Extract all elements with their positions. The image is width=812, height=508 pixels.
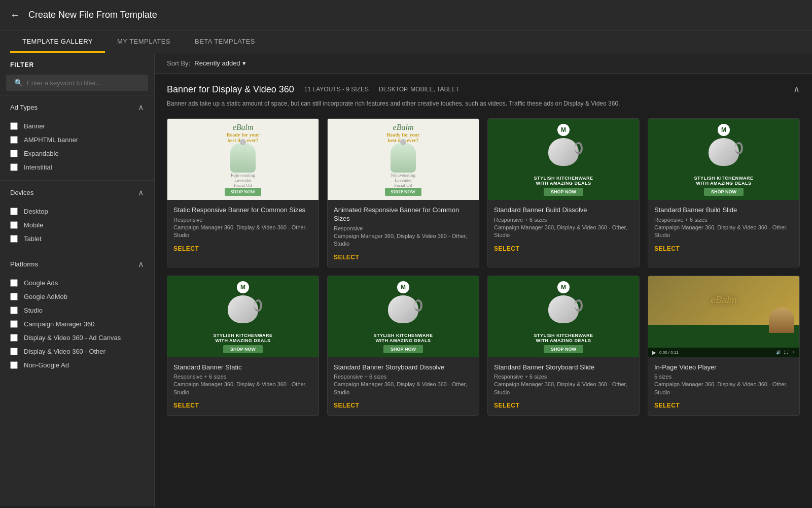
banner-section-title: Banner for Display & Video 360 [167, 84, 294, 95]
checkbox-non-google[interactable] [10, 361, 18, 369]
collapse-button[interactable]: ∧ [793, 84, 800, 95]
label-dv360-canvas: Display & Video 360 - Ad Canvas [24, 334, 121, 342]
sort-select-button[interactable]: Recently added ▾ [194, 59, 245, 67]
thumbnail-static-responsive: eBalm Ready for yourbest day ever? Rejuv… [167, 119, 319, 200]
search-input[interactable] [27, 79, 140, 87]
template-name-5: Standard Banner Static [173, 363, 312, 372]
filter-item-admob[interactable]: Google AdMob [10, 290, 144, 303]
select-button-8[interactable]: SELECT [654, 402, 680, 409]
label-google-ads: Google Ads [24, 279, 58, 287]
checkbox-cm360[interactable] [10, 320, 18, 328]
template-info-1: Static Responsive Banner for Common Size… [167, 200, 319, 258]
tab-beta-templates[interactable]: BETA TEMPLATES [183, 30, 267, 53]
label-banner: Banner [24, 122, 45, 130]
template-platforms-1: Campaign Manager 360, Display & Video 36… [173, 224, 312, 240]
template-info-6: Standard Banner Storyboard Dissolve Resp… [328, 357, 479, 416]
template-name-7: Standard Banner Storyboard Slide [494, 363, 633, 372]
select-button-6[interactable]: SELECT [334, 402, 359, 409]
kettle-logo-row: M [557, 124, 570, 136]
select-button-1[interactable]: SELECT [173, 245, 199, 252]
template-info-4: Standard Banner Build Slide Responsive +… [648, 200, 799, 258]
thumbnail-dissolve: M STYLISH KITCHENWAREWITH AMAZING DEALS … [488, 119, 639, 200]
template-grid: eBalm Ready for yourbest day ever? Rejuv… [167, 118, 800, 416]
select-button-5[interactable]: SELECT [173, 402, 199, 409]
devices-header[interactable]: Devices ∧ [0, 181, 154, 205]
checkbox-desktop[interactable] [10, 208, 18, 215]
kettle-logo-icon-7: M [557, 281, 570, 293]
kettle-image-4 [703, 138, 744, 174]
platforms-header[interactable]: Platforms ∧ [0, 252, 154, 276]
checkbox-dv360-other[interactable] [10, 348, 18, 355]
kettle-shop-btn: SHOP NOW [544, 188, 583, 196]
checkbox-amphtml[interactable] [10, 136, 18, 144]
thumbnail-animated-responsive: eBalm Ready for yourbest day ever? Rejuv… [328, 119, 479, 200]
ad-types-header[interactable]: Ad Types ∧ [0, 95, 154, 119]
checkbox-expandable[interactable] [10, 150, 18, 157]
filter-item-non-google[interactable]: Non-Google Ad [10, 358, 144, 372]
template-responsive-7: Responsive + 6 sizes [494, 374, 633, 380]
filter-item-tablet[interactable]: Tablet [10, 232, 144, 246]
volume-icon: 🔊 [776, 350, 781, 355]
select-button-3[interactable]: SELECT [494, 245, 519, 252]
filter-item-studio[interactable]: Studio [10, 303, 144, 317]
tab-my-templates[interactable]: MY TEMPLATES [105, 30, 183, 53]
checkbox-dv360-canvas[interactable] [10, 334, 18, 342]
template-name-4: Standard Banner Build Slide [654, 206, 793, 215]
template-name-6: Standard Banner Storyboard Dissolve [334, 363, 473, 372]
label-desktop: Desktop [24, 208, 48, 215]
filter-item-amphtml[interactable]: AMPHTML banner [10, 133, 144, 147]
template-responsive-3: Responsive + 6 sizes [494, 217, 633, 223]
filter-item-desktop[interactable]: Desktop [10, 205, 144, 218]
filter-item-cm360[interactable]: Campaign Manager 360 [10, 317, 144, 331]
select-button-2[interactable]: SELECT [334, 254, 359, 261]
top-header: ← Create New File From Template [0, 0, 812, 30]
filter-item-mobile[interactable]: Mobile [10, 218, 144, 232]
label-tablet: Tablet [24, 235, 42, 243]
template-name-3: Standard Banner Build Dissolve [494, 206, 633, 215]
template-card-animated-responsive: eBalm Ready for yourbest day ever? Rejuv… [327, 118, 479, 267]
kettle-shop-btn-5: SHOP NOW [223, 345, 263, 353]
template-info-2: Animated Responsive Banner for Common Si… [328, 200, 479, 267]
kettle-tagline: STYLISH KITCHENWAREWITH AMAZING DEALS [534, 176, 593, 186]
devices-label: Devices [10, 189, 33, 196]
back-button[interactable]: ← [10, 9, 20, 21]
kettle-handle [575, 142, 583, 154]
ad-types-chevron: ∧ [138, 103, 144, 112]
checkbox-studio[interactable] [10, 307, 18, 314]
checkbox-banner[interactable] [10, 122, 18, 130]
kettle-body-6 [388, 295, 418, 323]
filter-item-google-ads[interactable]: Google Ads [10, 276, 144, 290]
tab-template-gallery[interactable]: TEMPLATE GALLERY [10, 30, 105, 53]
filter-header: FILTER [0, 53, 154, 73]
shop-button-2: SHOP NOW [385, 188, 422, 196]
filter-item-dv360-canvas[interactable]: Display & Video 360 - Ad Canvas [10, 331, 144, 345]
kettle-tagline-5: STYLISH KITCHENWAREWITH AMAZING DEALS [213, 333, 272, 343]
filter-item-interstitial[interactable]: Interstitial [10, 160, 144, 174]
kettle-body [548, 138, 579, 166]
ad-brand-name: eBalm [233, 123, 254, 132]
select-button-7[interactable]: SELECT [494, 402, 519, 409]
template-info-5: Standard Banner Static Responsive + 6 si… [167, 357, 319, 416]
checkbox-admob[interactable] [10, 293, 18, 300]
product-cap [240, 139, 246, 145]
checkbox-google-ads[interactable] [10, 279, 18, 287]
select-button-4[interactable]: SELECT [654, 245, 680, 252]
template-info-8: In-Page Video Player 5 sizes Campaign Ma… [648, 357, 799, 416]
template-card-dissolve: M STYLISH KITCHENWAREWITH AMAZING DEALS … [487, 118, 640, 267]
filter-item-banner[interactable]: Banner [10, 119, 144, 133]
checkbox-mobile[interactable] [10, 221, 18, 229]
video-controls: ▶ 0:00 / 0:11 🔊 ⛶ ⋮ [648, 348, 799, 357]
template-info-3: Standard Banner Build Dissolve Responsiv… [488, 200, 639, 258]
checkbox-interstitial[interactable] [10, 163, 18, 171]
kettle-image-7 [543, 295, 584, 331]
label-amphtml: AMPHTML banner [24, 136, 78, 144]
checkbox-tablet[interactable] [10, 235, 18, 243]
banner-description: Banner ads take up a static amount of sp… [167, 99, 800, 108]
template-responsive-5: Responsive + 6 sizes [173, 374, 312, 380]
filter-item-expandable[interactable]: Expandable [10, 147, 144, 160]
back-icon: ← [10, 9, 20, 21]
more-icon: ⋮ [791, 350, 795, 355]
ad-video-person [769, 308, 794, 333]
banner-platforms-meta: DESKTOP, MOBILE, TABLET [379, 86, 460, 93]
filter-item-dv360-other[interactable]: Display & Video 360 - Other [10, 345, 144, 358]
